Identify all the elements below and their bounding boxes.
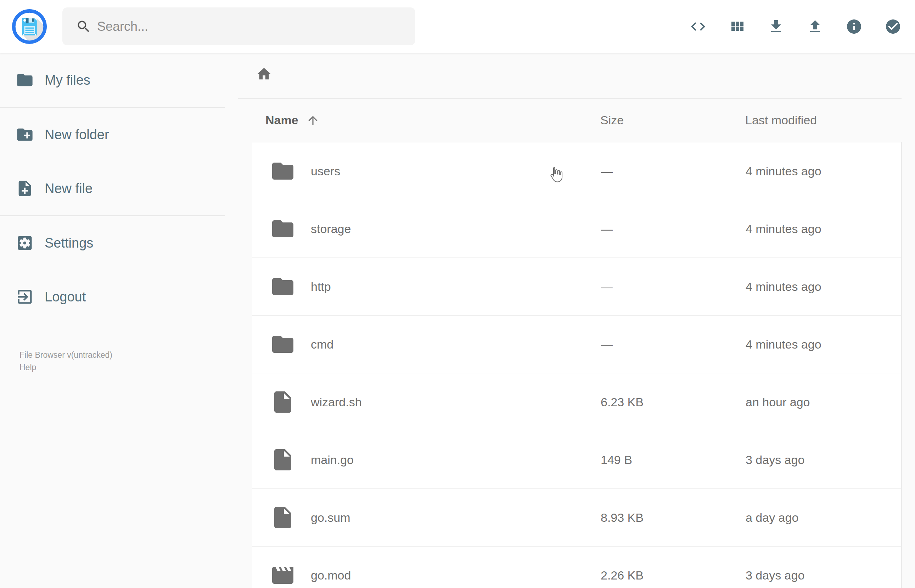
column-name-label: Name bbox=[265, 113, 298, 127]
sidebar-item-logout[interactable]: Logout bbox=[0, 270, 225, 324]
table-row[interactable]: storage — 4 minutes ago bbox=[252, 200, 901, 257]
column-header-name[interactable]: Name bbox=[265, 113, 600, 127]
file-size: — bbox=[601, 338, 745, 351]
sort-ascending-icon bbox=[306, 114, 320, 127]
column-header-size[interactable]: Size bbox=[600, 113, 745, 127]
file-modified: 4 minutes ago bbox=[745, 338, 901, 351]
file-modified: an hour ago bbox=[745, 395, 901, 409]
table-row[interactable]: cmd — 4 minutes ago bbox=[252, 315, 901, 373]
top-bar bbox=[0, 0, 915, 53]
switch-view-icon[interactable] bbox=[729, 18, 745, 35]
sidebar-footer: File Browser v(untracked) Help bbox=[19, 349, 112, 374]
file-modified: 4 minutes ago bbox=[745, 222, 901, 236]
row-type-icon bbox=[270, 505, 296, 530]
sidebar-item-label: New folder bbox=[45, 127, 109, 142]
upload-icon[interactable] bbox=[807, 18, 824, 35]
row-type-icon bbox=[270, 274, 296, 299]
select-multiple-icon[interactable] bbox=[884, 18, 902, 35]
floppy-disk-logo-icon bbox=[12, 9, 47, 44]
row-type-icon bbox=[270, 562, 296, 588]
sidebar-item-label: New file bbox=[45, 181, 92, 196]
row-type-icon bbox=[270, 158, 296, 184]
file-name: wizard.sh bbox=[311, 395, 601, 409]
file-size: — bbox=[601, 222, 745, 236]
file-size: — bbox=[601, 164, 745, 178]
help-link[interactable]: Help bbox=[19, 361, 112, 374]
note-add-icon bbox=[16, 179, 34, 198]
file-size: 149 B bbox=[601, 453, 745, 467]
sidebar-item-label: Settings bbox=[45, 236, 93, 251]
app-logo[interactable] bbox=[12, 9, 47, 44]
file-name: go.sum bbox=[311, 511, 601, 525]
sidebar: My files New folder New file Settings Lo… bbox=[0, 53, 225, 588]
settings-icon bbox=[16, 234, 34, 252]
sidebar-item-label: Logout bbox=[45, 289, 86, 305]
file-name: go.mod bbox=[311, 569, 601, 582]
row-type-icon bbox=[270, 389, 296, 415]
file-size: 8.93 KB bbox=[601, 511, 745, 525]
download-icon[interactable] bbox=[768, 18, 785, 35]
file-modified: 3 days ago bbox=[745, 569, 901, 582]
file-name: users bbox=[311, 164, 601, 178]
row-type-icon bbox=[270, 447, 296, 473]
file-icon bbox=[270, 389, 296, 415]
file-name: storage bbox=[311, 222, 601, 236]
code-icon[interactable] bbox=[690, 18, 706, 35]
file-icon bbox=[270, 447, 296, 473]
file-listing: users — 4 minutes ago storage — 4 minute… bbox=[252, 142, 902, 588]
folder-icon bbox=[16, 71, 34, 89]
table-row[interactable]: main.go 149 B 3 days ago bbox=[252, 431, 901, 488]
table-row[interactable]: wizard.sh 6.23 KB an hour ago bbox=[252, 373, 901, 431]
file-name: cmd bbox=[311, 338, 601, 351]
folder-icon bbox=[270, 216, 296, 242]
file-name: http bbox=[311, 280, 601, 294]
create-new-folder-icon bbox=[16, 125, 34, 144]
file-icon bbox=[270, 505, 296, 530]
sidebar-item-settings[interactable]: Settings bbox=[0, 216, 225, 270]
header-toolbar bbox=[690, 0, 902, 53]
search-bar[interactable] bbox=[62, 7, 415, 45]
table-row[interactable]: http — 4 minutes ago bbox=[252, 257, 901, 315]
file-modified: 4 minutes ago bbox=[745, 280, 901, 294]
file-size: — bbox=[601, 280, 745, 294]
sidebar-item-new-folder[interactable]: New folder bbox=[0, 108, 225, 162]
logout-icon bbox=[16, 288, 34, 306]
folder-icon bbox=[270, 331, 296, 357]
home-breadcrumb-icon[interactable] bbox=[256, 66, 272, 82]
info-icon[interactable] bbox=[845, 18, 863, 35]
column-header-modified[interactable]: Last modified bbox=[745, 113, 902, 127]
search-icon bbox=[76, 19, 91, 34]
search-input[interactable] bbox=[96, 19, 406, 34]
listing-header: Name Size Last modified bbox=[252, 99, 902, 142]
table-row[interactable]: go.sum 8.93 KB a day ago bbox=[252, 488, 901, 546]
sidebar-item-label: My files bbox=[45, 73, 91, 88]
sidebar-item-my-files[interactable]: My files bbox=[0, 53, 225, 107]
folder-icon bbox=[270, 274, 296, 299]
file-size: 6.23 KB bbox=[601, 395, 745, 409]
file-size: 2.26 KB bbox=[601, 569, 745, 582]
movie-icon bbox=[270, 562, 296, 588]
sidebar-item-new-file[interactable]: New file bbox=[0, 162, 225, 215]
version-link[interactable]: File Browser v(untracked) bbox=[19, 349, 112, 361]
table-row[interactable]: go.mod 2.26 KB 3 days ago bbox=[252, 546, 901, 588]
row-type-icon bbox=[270, 216, 296, 242]
file-modified: 4 minutes ago bbox=[745, 164, 901, 178]
file-name: main.go bbox=[311, 453, 601, 467]
folder-icon bbox=[270, 158, 296, 184]
file-modified: a day ago bbox=[745, 511, 901, 525]
file-modified: 3 days ago bbox=[745, 453, 901, 467]
row-type-icon bbox=[270, 331, 296, 357]
table-row[interactable]: users — 4 minutes ago bbox=[252, 142, 901, 200]
